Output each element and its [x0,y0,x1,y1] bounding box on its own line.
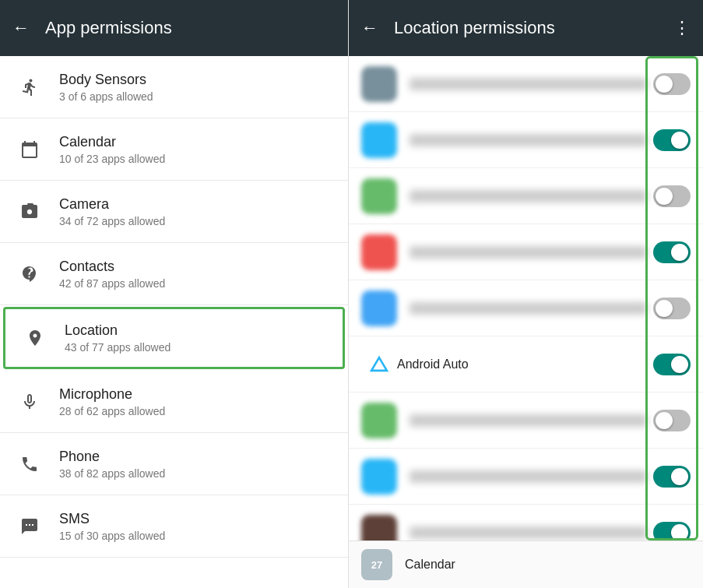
more-options-button[interactable]: ⋮ [673,18,691,38]
app7-name [409,414,647,427]
camera-icon [16,198,44,226]
android-auto-slider [653,354,691,375]
phone-name: Phone [59,449,165,465]
app9-slider [653,522,691,541]
app9-icon [361,515,397,541]
app1-slider [653,73,691,95]
permission-item-phone[interactable]: Phone 38 of 82 apps allowed [0,433,348,495]
contacts-text: Contacts 42 of 87 apps allowed [59,259,165,290]
app-item-app5 [349,280,703,336]
right-back-button[interactable]: ← [361,18,378,38]
permission-item-microphone[interactable]: Microphone 28 of 62 apps allowed [0,371,348,433]
app5-name [409,302,647,315]
permission-item-contacts[interactable]: Contacts 42 of 87 apps allowed [0,243,348,305]
camera-count: 34 of 72 apps allowed [59,215,165,227]
app7-icon [361,403,397,438]
calendar-icon [16,136,44,164]
left-header: ← App permissions [0,0,348,56]
camera-name: Camera [59,196,165,213]
microphone-icon [16,388,44,416]
android-auto-toggle[interactable] [653,354,691,375]
app8-name [409,470,647,483]
app7-toggle[interactable] [653,410,691,431]
left-header-title: App permissions [45,18,172,38]
app-item-app7 [349,393,703,449]
app4-slider [653,241,691,263]
calendar-icon-bottom: 27 [361,549,392,580]
sms-name: SMS [59,511,165,527]
app3-toggle[interactable] [653,185,691,207]
location-text: Location 43 of 77 apps allowed [65,322,170,354]
app-item-app8 [349,449,703,505]
phone-count: 38 of 82 apps allowed [59,467,165,480]
app4-icon [361,234,397,270]
location-count: 43 of 77 apps allowed [65,341,170,354]
permission-item-camera[interactable]: Camera 34 of 72 apps allowed [0,181,348,243]
right-panel: ← Location permissions ⋮ [349,0,703,588]
body-sensors-name: Body Sensors [59,72,153,88]
microphone-text: Microphone 28 of 62 apps allowed [59,386,165,417]
app2-toggle[interactable] [653,129,691,151]
body-sensors-icon [16,73,44,101]
location-name: Location [65,322,170,339]
permission-list: Body Sensors 3 of 6 apps allowed Calenda… [0,56,348,588]
app3-slider [653,185,691,207]
app-item-app2 [349,112,703,168]
app9-name [409,526,647,539]
permission-item-calendar[interactable]: Calendar 10 of 23 apps allowed [0,118,348,181]
app2-slider [653,129,691,151]
right-header-title: Location permissions [394,18,673,38]
android-auto-icon [361,347,397,382]
microphone-name: Microphone [59,386,165,403]
microphone-count: 28 of 62 apps allowed [59,405,165,417]
app8-slider [653,466,691,488]
sms-count: 15 of 30 apps allowed [59,530,165,542]
right-header: ← Location permissions ⋮ [349,0,703,56]
contacts-icon [16,260,44,288]
contacts-name: Contacts [59,259,165,275]
svg-marker-0 [371,357,387,371]
app-item-android-auto: Android Auto [349,336,703,393]
app9-toggle[interactable] [653,522,691,541]
app3-icon [361,178,397,214]
body-sensors-text: Body Sensors 3 of 6 apps allowed [59,72,153,103]
left-panel: ← App permissions Body Sensors 3 of 6 ap… [0,0,349,588]
bottom-bar: 27 Calendar [349,540,703,588]
app8-toggle[interactable] [653,466,691,488]
body-sensors-count: 3 of 6 apps allowed [59,90,153,103]
phone-icon [16,450,44,478]
app1-icon [361,66,397,102]
app2-name [409,134,647,146]
permission-item-sms[interactable]: SMS 15 of 30 apps allowed [0,495,348,558]
app8-icon [361,459,397,495]
app-list: Android Auto [349,56,703,540]
bottom-bar-label: Calendar [405,558,455,572]
app-item-app1 [349,56,703,112]
app-item-app9 [349,505,703,540]
android-auto-name: Android Auto [397,357,647,371]
calendar-count: 10 of 23 apps allowed [59,153,165,165]
app4-toggle[interactable] [653,241,691,263]
calendar-name: Calendar [59,134,165,150]
app1-name [409,78,647,90]
app1-toggle[interactable] [653,73,691,95]
app-item-app4 [349,224,703,280]
app7-slider [653,410,691,431]
permission-item-body-sensors[interactable]: Body Sensors 3 of 6 apps allowed [0,56,348,118]
app5-toggle[interactable] [653,298,691,319]
camera-text: Camera 34 of 72 apps allowed [59,196,165,227]
app4-name [409,246,647,259]
location-icon [21,324,49,352]
sms-text: SMS 15 of 30 apps allowed [59,511,165,542]
left-back-button[interactable]: ← [12,18,30,38]
phone-text: Phone 38 of 82 apps allowed [59,449,165,480]
app5-icon [361,290,397,326]
app5-slider [653,298,691,319]
app-item-app3 [349,168,703,224]
calendar-text: Calendar 10 of 23 apps allowed [59,134,165,165]
permission-item-location[interactable]: Location 43 of 77 apps allowed [3,307,345,369]
app3-name [409,190,647,202]
contacts-count: 42 of 87 apps allowed [59,277,165,290]
app2-icon [361,122,397,158]
sms-icon [16,512,44,540]
